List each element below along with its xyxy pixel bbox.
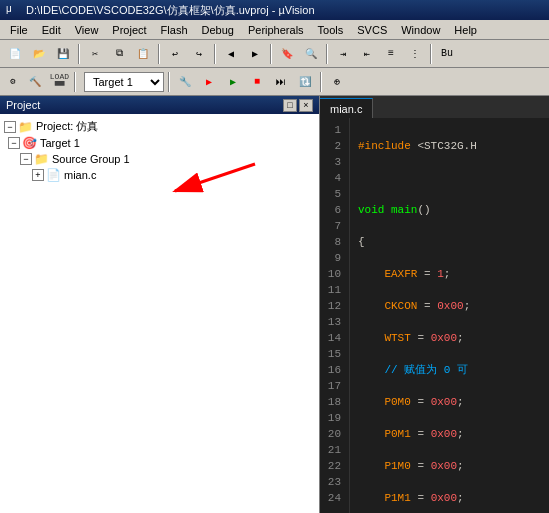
menu-view[interactable]: View [69, 23, 105, 37]
file-name: mian.c [64, 169, 96, 181]
menu-edit[interactable]: Edit [36, 23, 67, 37]
sep2 [158, 44, 160, 64]
title-bar: μ D:\IDE\CODE\VSCODE32G\仿真框架\仿真.uvproj -… [0, 0, 549, 20]
tab-bar: mian.c [320, 96, 549, 118]
rebuild-btn[interactable]: 🔨 [24, 71, 46, 93]
code-content[interactable]: #include <STC32G.H void main() { EAXFR =… [350, 118, 549, 513]
code-area[interactable]: 12345 678910 1112131415 1617181920 21222… [320, 118, 549, 513]
new-btn[interactable]: 📄 [4, 43, 26, 65]
panel-close-btn[interactable]: × [299, 99, 313, 112]
source-group-name: Source Group 1 [52, 153, 130, 165]
sep8 [168, 72, 170, 92]
undo-btn[interactable]: ↩ [164, 43, 186, 65]
menu-tools[interactable]: Tools [312, 23, 350, 37]
file-icon: 📄 [46, 168, 61, 182]
tree-item-target[interactable]: − 🎯 Target 1 [4, 135, 319, 151]
panel-title-buttons: □ × [283, 99, 313, 112]
menu-window[interactable]: Window [395, 23, 446, 37]
panel-float-btn[interactable]: □ [283, 99, 297, 112]
menu-flash[interactable]: Flash [155, 23, 194, 37]
copy-btn[interactable]: ⧉ [108, 43, 130, 65]
menu-help[interactable]: Help [448, 23, 483, 37]
panel-title-text: Project [6, 99, 40, 111]
build-btn[interactable]: ⚙ [4, 71, 22, 93]
target-name: Target 1 [40, 137, 80, 149]
target-dropdown[interactable]: Target 1 [84, 72, 164, 92]
step2-btn[interactable]: 🔃 [294, 71, 316, 93]
line-numbers: 12345 678910 1112131415 1617181920 21222… [320, 118, 350, 513]
project-panel: Project □ × − 📁 Project: 仿真 − 🎯 Target 1… [0, 96, 320, 513]
outdent-btn[interactable]: ⇤ [356, 43, 378, 65]
nav-fwd-btn[interactable]: ▶ [244, 43, 266, 65]
stop-btn[interactable]: ■ [246, 71, 268, 93]
tab-label: mian.c [330, 103, 362, 115]
indent-btn[interactable]: ⇥ [332, 43, 354, 65]
expander-project[interactable]: − [4, 121, 16, 133]
tree-item-file[interactable]: + 📄 mian.c [28, 167, 319, 183]
sep3 [214, 44, 216, 64]
project-icon: 📁 [18, 120, 33, 134]
expander-target[interactable]: − [8, 137, 20, 149]
nav-back-btn[interactable]: ◀ [220, 43, 242, 65]
align2-btn[interactable]: ⋮ [404, 43, 426, 65]
app-icon: μ [6, 3, 22, 17]
menu-debug[interactable]: Debug [196, 23, 240, 37]
paste-btn[interactable]: 📋 [132, 43, 154, 65]
panel-title: Project □ × [0, 96, 319, 114]
target-icon: 🎯 [22, 136, 37, 150]
main-area: Project □ × − 📁 Project: 仿真 − 🎯 Target 1… [0, 96, 549, 513]
extra-btn[interactable]: Bu [436, 43, 458, 65]
toolbar-1: 📄 📂 💾 ✂ ⧉ 📋 ↩ ↪ ◀ ▶ 🔖 🔍 ⇥ ⇤ ≡ ⋮ Bu [0, 40, 549, 68]
open-btn[interactable]: 📂 [28, 43, 50, 65]
tree-item-project[interactable]: − 📁 Project: 仿真 [0, 118, 319, 135]
target-select-area: Target 1 [84, 72, 164, 92]
toolbar-2: ⚙ 🔨 LOAD ⬛ Target 1 🔧 ▶ ▶ ■ ⏭ 🔃 ⊕ [0, 68, 549, 96]
cut-btn[interactable]: ✂ [84, 43, 106, 65]
find-btn[interactable]: 🔍 [300, 43, 322, 65]
folder-icon: 📁 [34, 152, 49, 166]
sep6 [430, 44, 432, 64]
sep7 [74, 72, 76, 92]
align-btn[interactable]: ≡ [380, 43, 402, 65]
debug2-btn[interactable]: ▶ [222, 71, 244, 93]
load-btn[interactable]: LOAD ⬛ [48, 71, 70, 93]
menu-project[interactable]: Project [106, 23, 152, 37]
save-btn[interactable]: 💾 [52, 43, 74, 65]
title-text: D:\IDE\CODE\VSCODE32G\仿真框架\仿真.uvproj - µ… [26, 3, 315, 18]
menu-svcs[interactable]: SVCS [351, 23, 393, 37]
sep1 [78, 44, 80, 64]
sep9 [320, 72, 322, 92]
menu-peripherals[interactable]: Peripherals [242, 23, 310, 37]
project-name: Project: 仿真 [36, 119, 98, 134]
code-panel: mian.c 12345 678910 1112131415 161718192… [320, 96, 549, 513]
extra2-btn[interactable]: ⊕ [326, 71, 348, 93]
menu-bar: File Edit View Project Flash Debug Perip… [0, 20, 549, 40]
bookmark-btn[interactable]: 🔖 [276, 43, 298, 65]
sep4 [270, 44, 272, 64]
tree-item-source-group[interactable]: − 📁 Source Group 1 [16, 151, 319, 167]
menu-file[interactable]: File [4, 23, 34, 37]
debug1-btn[interactable]: ▶ [198, 71, 220, 93]
redo-btn[interactable]: ↪ [188, 43, 210, 65]
tab-main-c[interactable]: mian.c [320, 98, 373, 118]
sep5 [326, 44, 328, 64]
expander-file[interactable]: + [32, 169, 44, 181]
step-btn[interactable]: ⏭ [270, 71, 292, 93]
project-tree: − 📁 Project: 仿真 − 🎯 Target 1 − 📁 Source … [0, 114, 319, 513]
expander-source-group[interactable]: − [20, 153, 32, 165]
options-btn[interactable]: 🔧 [174, 71, 196, 93]
